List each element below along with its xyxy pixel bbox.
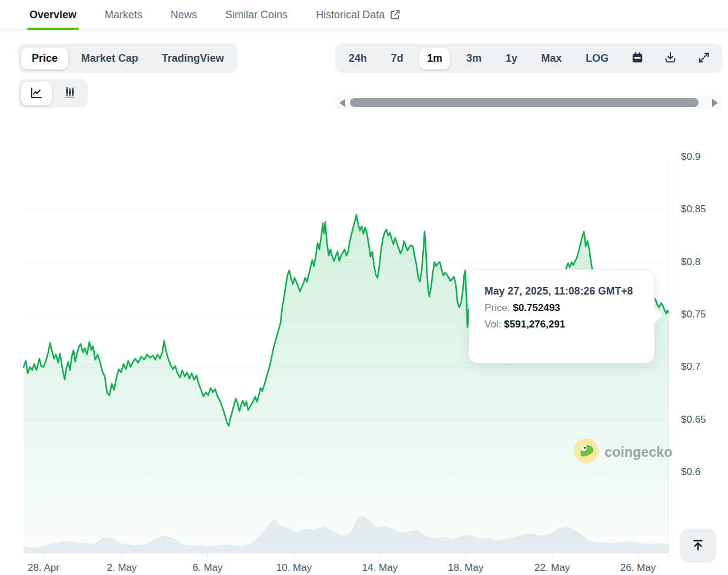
- tab-historical-data[interactable]: Historical Data: [316, 0, 401, 29]
- range-3m-button[interactable]: 3m: [459, 48, 489, 69]
- fullscreen-icon: [697, 51, 710, 66]
- tooltip-price-value: $0.752493: [513, 302, 560, 313]
- y-axis-label: $0.8: [681, 256, 700, 268]
- tab-similar-coins-label: Similar Coins: [225, 9, 288, 21]
- line-chart-icon: [29, 86, 44, 102]
- candlestick-icon: [62, 86, 76, 102]
- external-link-icon: [389, 9, 401, 21]
- range-24h-button[interactable]: 24h: [341, 48, 375, 69]
- y-axis-label: $0.65: [681, 414, 706, 426]
- range-7d-button[interactable]: 7d: [383, 48, 411, 69]
- tradingview-toggle-button[interactable]: TradingView: [151, 48, 235, 69]
- coingecko-logo-icon: [574, 439, 599, 466]
- x-axis-label: 14. May: [362, 562, 398, 574]
- x-axis-label: 22. May: [535, 562, 570, 574]
- tab-overview[interactable]: Overview: [29, 0, 76, 29]
- tab-similar-coins[interactable]: Similar Coins: [225, 0, 288, 29]
- chart-range-scrollbar: [335, 96, 722, 109]
- scroll-to-top-button[interactable]: [680, 529, 716, 563]
- fullscreen-button[interactable]: [692, 48, 716, 69]
- price-area: [24, 215, 669, 553]
- tooltip-date: May 27, 2025, 11:08:26 GMT+8: [485, 285, 639, 297]
- tab-markets[interactable]: Markets: [105, 0, 142, 29]
- tooltip-vol-value: $591,276,291: [504, 319, 565, 330]
- arrow-up-to-line-icon: [691, 538, 705, 554]
- x-axis-label: 18. May: [448, 562, 483, 574]
- candlestick-chart-type-button[interactable]: [54, 82, 85, 105]
- scrollbar-right-arrow[interactable]: [712, 99, 718, 107]
- range-1y-button[interactable]: 1y: [498, 48, 525, 69]
- scrollbar-thumb[interactable]: [350, 98, 699, 107]
- x-axis-label: 10. May: [276, 562, 312, 574]
- tab-overview-label: Overview: [29, 9, 76, 21]
- tab-news[interactable]: News: [171, 0, 197, 29]
- calendar-button[interactable]: [625, 48, 650, 69]
- price-toggle-button[interactable]: Price: [21, 48, 68, 69]
- range-toggle-group: 24h 7d 1m 3m 1y Max LOG: [335, 44, 722, 73]
- download-button[interactable]: [658, 48, 683, 69]
- tooltip-price-label: Price:: [485, 302, 510, 313]
- range-max-button[interactable]: Max: [533, 48, 569, 69]
- tab-markets-label: Markets: [105, 9, 142, 21]
- x-axis-label: 28. Apr: [28, 562, 59, 574]
- tooltip-price-row: Price: $0.752493: [485, 302, 639, 314]
- x-axis-label: 6. May: [192, 562, 222, 574]
- x-tick-marks: [44, 553, 638, 558]
- y-axis-label: $0.85: [681, 203, 706, 215]
- scrollbar-left-arrow[interactable]: [339, 99, 345, 107]
- coingecko-watermark-text: coingecko: [605, 444, 673, 460]
- calendar-icon: [631, 51, 644, 66]
- x-axis-label: 26. May: [620, 562, 656, 574]
- download-icon: [664, 51, 677, 66]
- tab-historical-data-label: Historical Data: [316, 9, 385, 21]
- log-scale-button[interactable]: LOG: [578, 48, 616, 69]
- tab-bar: Overview Markets News Similar Coins Hist…: [0, 0, 728, 30]
- y-axis-label: $0.9: [681, 151, 700, 163]
- line-chart-type-button[interactable]: [21, 82, 52, 105]
- y-axis-label: $0.7: [681, 361, 700, 373]
- tooltip-vol-row: Vol: $591,276,291: [485, 319, 639, 330]
- coingecko-watermark: coingecko: [574, 439, 673, 466]
- x-axis-label: 2. May: [106, 562, 136, 574]
- chart-tooltip: May 27, 2025, 11:08:26 GMT+8 Price: $0.7…: [469, 269, 654, 363]
- y-axis-label: $0.6: [681, 466, 700, 478]
- range-1m-button[interactable]: 1m: [419, 48, 450, 69]
- metric-toggle-group: Price Market Cap TradingView: [18, 44, 238, 73]
- tooltip-vol-label: Vol:: [485, 319, 501, 330]
- y-axis-label: $0.75: [681, 309, 706, 320]
- chart-type-toggle-group: [18, 79, 88, 108]
- tab-news-label: News: [171, 9, 197, 21]
- market-cap-toggle-button[interactable]: Market Cap: [71, 48, 149, 69]
